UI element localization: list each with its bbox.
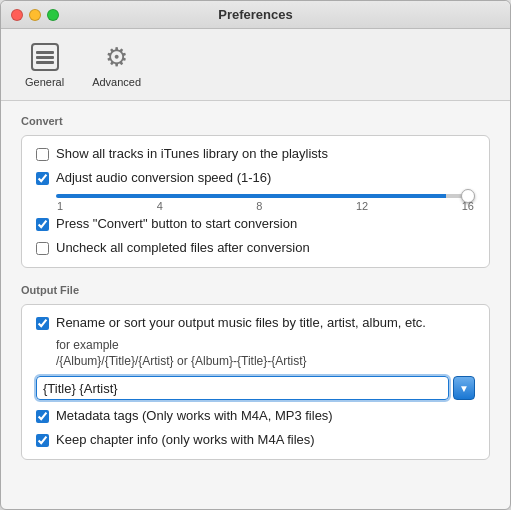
rename-sort-label: Rename or sort your output music files b… bbox=[56, 315, 426, 332]
slider-label-1: 1 bbox=[57, 200, 63, 212]
metadata-tags-label: Metadata tags (Only works with M4A, MP3 … bbox=[56, 408, 333, 425]
slider-label-4: 4 bbox=[157, 200, 163, 212]
rename-sort-checkbox[interactable] bbox=[36, 317, 49, 330]
advanced-label: Advanced bbox=[92, 76, 141, 88]
convert-box: Show all tracks in iTunes library on the… bbox=[21, 135, 490, 268]
gear-icon: ⚙ bbox=[105, 44, 128, 70]
general-label: General bbox=[25, 76, 64, 88]
metadata-tags-checkbox[interactable] bbox=[36, 410, 49, 423]
line3 bbox=[36, 61, 54, 64]
press-convert-label: Press "Convert" button to start conversi… bbox=[56, 216, 297, 233]
keep-chapter-checkbox[interactable] bbox=[36, 434, 49, 447]
general-icon-wrap bbox=[29, 41, 61, 73]
filename-input[interactable] bbox=[36, 376, 449, 400]
uncheck-completed-row: Uncheck all completed files after conver… bbox=[36, 240, 475, 257]
traffic-lights bbox=[11, 9, 59, 21]
tab-advanced[interactable]: ⚙ Advanced bbox=[84, 37, 149, 92]
show-all-tracks-label: Show all tracks in iTunes library on the… bbox=[56, 146, 328, 163]
example-label: for example bbox=[56, 338, 475, 352]
preferences-window: Preferences General ⚙ Advanced Convert bbox=[0, 0, 511, 510]
minimize-button[interactable] bbox=[29, 9, 41, 21]
metadata-tags-row: Metadata tags (Only works with M4A, MP3 … bbox=[36, 408, 475, 425]
press-convert-checkbox[interactable] bbox=[36, 218, 49, 231]
convert-header: Convert bbox=[21, 115, 490, 127]
gear-icon-wrap: ⚙ bbox=[101, 41, 133, 73]
slider-label-12: 12 bbox=[356, 200, 368, 212]
convert-section: Convert Show all tracks in iTunes librar… bbox=[21, 115, 490, 268]
input-row: ▼ bbox=[36, 376, 475, 400]
line2 bbox=[36, 56, 54, 59]
close-button[interactable] bbox=[11, 9, 23, 21]
line1 bbox=[36, 51, 54, 54]
output-section: Output File Rename or sort your output m… bbox=[21, 284, 490, 461]
dropdown-icon: ▼ bbox=[459, 383, 469, 394]
content-area: Convert Show all tracks in iTunes librar… bbox=[1, 101, 510, 509]
slider-track-row bbox=[56, 194, 475, 198]
press-convert-row: Press "Convert" button to start conversi… bbox=[36, 216, 475, 233]
slider-label-16: 16 bbox=[462, 200, 474, 212]
example-code: /{Album}/{Title}/{Artist} or {Album}-{Ti… bbox=[56, 354, 475, 368]
speed-slider[interactable] bbox=[56, 194, 475, 198]
toolbar: General ⚙ Advanced bbox=[1, 29, 510, 101]
rename-sort-row: Rename or sort your output music files b… bbox=[36, 315, 475, 332]
adjust-audio-label: Adjust audio conversion speed (1-16) bbox=[56, 170, 271, 187]
adjust-audio-checkbox[interactable] bbox=[36, 172, 49, 185]
keep-chapter-label: Keep chapter info (only works with M4A f… bbox=[56, 432, 315, 449]
slider-label-8: 8 bbox=[256, 200, 262, 212]
uncheck-completed-label: Uncheck all completed files after conver… bbox=[56, 240, 310, 257]
output-header: Output File bbox=[21, 284, 490, 296]
slider-area: 1 4 8 12 16 bbox=[56, 194, 475, 212]
general-icon bbox=[31, 43, 59, 71]
adjust-audio-row: Adjust audio conversion speed (1-16) bbox=[36, 170, 475, 187]
show-all-tracks-row: Show all tracks in iTunes library on the… bbox=[36, 146, 475, 163]
keep-chapter-row: Keep chapter info (only works with M4A f… bbox=[36, 432, 475, 449]
maximize-button[interactable] bbox=[47, 9, 59, 21]
uncheck-completed-checkbox[interactable] bbox=[36, 242, 49, 255]
dropdown-button[interactable]: ▼ bbox=[453, 376, 475, 400]
titlebar: Preferences bbox=[1, 1, 510, 29]
tab-general[interactable]: General bbox=[17, 37, 72, 92]
output-box: Rename or sort your output music files b… bbox=[21, 304, 490, 461]
window-title: Preferences bbox=[218, 7, 292, 22]
show-all-tracks-checkbox[interactable] bbox=[36, 148, 49, 161]
